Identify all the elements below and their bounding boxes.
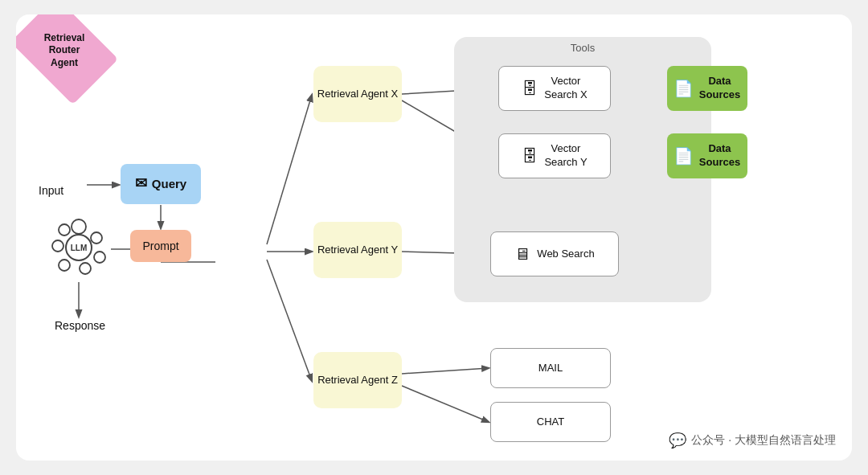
agent-y-box: Retrieval Agent Y — [313, 222, 402, 278]
wechat-logo: 💬 — [669, 432, 686, 449]
svg-line-5 — [267, 95, 312, 244]
vector-search-x-label: VectorSearch X — [544, 75, 587, 102]
query-label: Query — [152, 176, 186, 192]
svg-point-23 — [52, 240, 63, 252]
router-label: RetrievalRouterAgent — [44, 32, 85, 70]
data-source-y-label: Data Sources — [698, 142, 741, 170]
globe-icon: 🖥 — [514, 244, 530, 264]
svg-line-17 — [402, 386, 489, 422]
chat-tool: CHAT — [490, 402, 611, 442]
query-icon: ✉ — [135, 174, 147, 193]
doc-icon-y: 📄 — [674, 145, 694, 166]
response-label: Response — [55, 318, 105, 333]
doc-icon-x: 📄 — [674, 78, 694, 99]
vector-search-y-tool: 🗄 VectorSearch Y — [498, 133, 611, 178]
input-label: Input — [39, 183, 63, 198]
tools-section-label: Tools — [454, 42, 711, 54]
vector-search-x-tool: 🗄 VectorSearch X — [498, 66, 611, 111]
data-source-x: 📄 Data Sources — [667, 66, 747, 111]
web-search-tool: 🖥 Web Search — [490, 231, 619, 276]
db-icon-y: 🗄 — [522, 145, 538, 166]
mail-tool: MAIL — [490, 348, 611, 388]
svg-point-18 — [72, 219, 86, 234]
svg-line-7 — [267, 260, 312, 381]
svg-point-24 — [59, 224, 70, 235]
watermark: 💬 公众号 · 大模型自然语言处理 — [669, 432, 836, 449]
svg-point-20 — [94, 252, 105, 263]
svg-line-16 — [402, 368, 489, 374]
watermark-text: 公众号 · 大模型自然语言处理 — [691, 433, 836, 448]
web-search-label: Web Search — [537, 248, 594, 261]
agent-z-box: Retrieval Agent Z — [313, 352, 402, 408]
router-node: RetrievalRouterAgent — [16, 14, 113, 87]
agent-x-box: Retrieval Agent X — [313, 66, 402, 122]
svg-point-22 — [59, 260, 70, 271]
prompt-box: Prompt — [130, 230, 191, 262]
data-source-x-label: Data Sources — [698, 75, 741, 102]
llm-icon-svg: LLM — [47, 215, 111, 280]
llm-node: LLM — [47, 215, 111, 280]
svg-point-19 — [91, 232, 102, 244]
diagram-container: Input ✉ Query Prompt RetrievalRouterAgen… — [16, 14, 852, 461]
vector-search-y-label: VectorSearch Y — [544, 142, 587, 170]
data-source-y: 📄 Data Sources — [667, 133, 747, 178]
svg-point-21 — [80, 263, 91, 274]
svg-text:LLM: LLM — [71, 244, 88, 252]
db-icon-x: 🗄 — [522, 78, 538, 99]
query-box: ✉ Query — [121, 164, 201, 204]
